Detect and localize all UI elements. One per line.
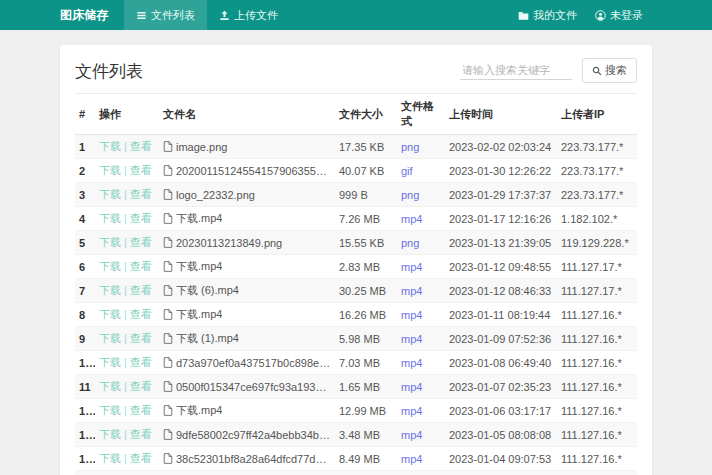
download-link[interactable]: 下载 [99,188,121,200]
upload-time: 2023-01-08 06:49:40 [445,351,557,375]
file-name[interactable]: 0500f015347ce697fc93a193e5a6723d-2023-01… [176,381,331,393]
folder-icon [518,10,529,21]
file-format-link[interactable]: png [401,189,419,201]
brand[interactable]: 图床储存 [60,0,108,30]
file-size: 3.48 MB [335,423,397,447]
view-link[interactable]: 查看 [130,140,152,152]
action-separator: | [124,212,127,224]
file-name[interactable]: 20230113213849.png [176,237,282,249]
file-icon [163,261,173,272]
row-index: 8 [75,303,95,327]
download-link[interactable]: 下载 [99,236,121,248]
file-size: 2.83 MB [335,255,397,279]
file-size: 1.65 MB [335,375,397,399]
search-button-label: 搜索 [605,63,627,78]
file-format-link[interactable]: mp4 [401,213,422,225]
file-format-link[interactable]: png [401,141,419,153]
upload-time: 2023-01-30 12:26:22 [445,159,557,183]
col-header-time: 上传时间 [445,94,557,135]
view-link[interactable]: 查看 [130,212,152,224]
table-row: 3 下载|查看 logo_22332.png 999 B png 2023-01… [75,183,637,207]
download-link[interactable]: 下载 [99,332,121,344]
table-row: 6 下载|查看 下载.mp4 2.83 MB mp4 2023-01-12 09… [75,255,637,279]
file-icon [163,333,173,344]
nav-item-file-list[interactable]: 文件列表 [124,0,207,30]
view-link[interactable]: 查看 [130,356,152,368]
file-icon [163,381,173,392]
file-size: 8.38 MB [335,471,397,475]
view-link[interactable]: 查看 [130,188,152,200]
view-link[interactable]: 查看 [130,404,152,416]
file-format-link[interactable]: mp4 [401,261,422,273]
file-format-link[interactable]: gif [401,165,413,177]
file-format-link[interactable]: png [401,237,419,249]
search-button[interactable]: 搜索 [582,58,637,83]
action-separator: | [124,308,127,320]
file-name[interactable]: image.png [176,141,227,153]
file-format-link[interactable]: mp4 [401,309,422,321]
file-name[interactable]: 下载 (1).mp4 [176,331,239,346]
file-name[interactable]: 20200115124554157906355440441.gif [176,165,331,177]
file-name[interactable]: 下载.mp4 [176,307,222,322]
file-format-link[interactable]: mp4 [401,285,422,297]
download-link[interactable]: 下载 [99,284,121,296]
view-link[interactable]: 查看 [130,308,152,320]
upload-time: 2023-01-12 08:46:33 [445,279,557,303]
nav-item-login-status[interactable]: 未登录 [586,0,652,30]
action-separator: | [124,236,127,248]
file-icon [163,405,173,416]
download-link[interactable]: 下载 [99,428,121,440]
view-link[interactable]: 查看 [130,164,152,176]
uploader-ip: 111.127.16.* [557,399,637,423]
download-link[interactable]: 下载 [99,164,121,176]
download-link[interactable]: 下载 [99,380,121,392]
col-header-size: 文件大小 [335,94,397,135]
file-name[interactable]: 9dfe58002c97ff42a4bebb34b17a61cc-2023-01… [176,429,331,441]
view-link[interactable]: 查看 [130,332,152,344]
row-index: 5 [75,231,95,255]
view-link[interactable]: 查看 [130,452,152,464]
view-link[interactable]: 查看 [130,428,152,440]
row-index: 13 [75,423,95,447]
download-link[interactable]: 下载 [99,308,121,320]
nav-item-my-files[interactable]: 我的文件 [509,0,586,30]
file-size: 5.98 MB [335,327,397,351]
file-name[interactable]: 下载.mp4 [176,259,222,274]
file-name[interactable]: 下载 (6).mp4 [176,283,239,298]
file-format-link[interactable]: mp4 [401,453,422,465]
view-link[interactable]: 查看 [130,380,152,392]
file-name[interactable]: 38c52301bf8a28a64dfcd77db4962549-2023-01… [176,453,331,465]
view-link[interactable]: 查看 [130,236,152,248]
download-link[interactable]: 下载 [99,356,121,368]
download-link[interactable]: 下载 [99,260,121,272]
action-separator: | [124,428,127,440]
nav-item-upload[interactable]: 上传文件 [207,0,290,30]
uploader-ip: 111.127.16.* [557,327,637,351]
col-header-index: # [75,94,95,135]
file-name[interactable]: 下载.mp4 [176,211,222,226]
download-link[interactable]: 下载 [99,452,121,464]
download-link[interactable]: 下载 [99,212,121,224]
file-format-link[interactable]: mp4 [401,429,422,441]
view-link[interactable]: 查看 [130,260,152,272]
uploader-ip: 111.127.17.* [557,255,637,279]
search-input[interactable] [460,61,572,80]
table-row: 11 下载|查看 0500f015347ce697fc93a193e5a6723… [75,375,637,399]
file-name[interactable]: logo_22332.png [176,189,255,201]
download-link[interactable]: 下载 [99,404,121,416]
upload-time: 2023-01-11 08:19:44 [445,303,557,327]
col-header-ops: 操作 [95,94,159,135]
file-name[interactable]: d73a970ef0a437517b0c898e71514997-2023-01… [176,357,331,369]
uploader-ip: 119.129.228.* [557,231,637,255]
row-index: 14 [75,447,95,471]
file-format-link[interactable]: mp4 [401,405,422,417]
file-format-link[interactable]: mp4 [401,333,422,345]
download-link[interactable]: 下载 [99,140,121,152]
file-format-link[interactable]: mp4 [401,381,422,393]
file-format-link[interactable]: mp4 [401,357,422,369]
file-icon [163,285,173,296]
upload-time: 2023-01-17 12:16:26 [445,207,557,231]
action-separator: | [124,140,127,152]
view-link[interactable]: 查看 [130,284,152,296]
file-name[interactable]: 下载.mp4 [176,403,222,418]
